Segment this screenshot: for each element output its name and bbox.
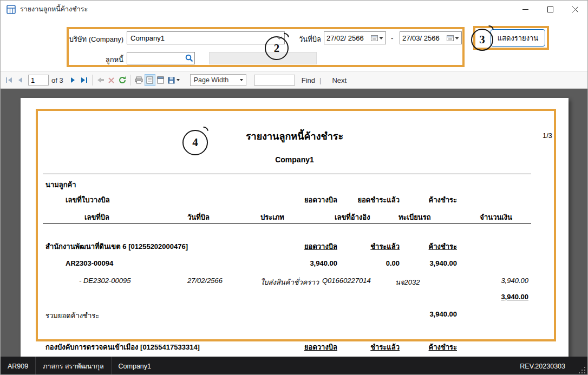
- col-header-vehicle: ทะเบียนรถ: [398, 212, 431, 223]
- statusbar: AR909 ภาสกร สราพัฒนากุล Company1 REV.202…: [1, 357, 587, 375]
- debtor-search-input[interactable]: [127, 52, 184, 64]
- next-page-button[interactable]: [68, 74, 79, 86]
- group-name: สำนักงานพัฒนาที่ดินเขต 6 [01255202000476…: [45, 241, 188, 252]
- statusbar-report-code: AR909: [1, 363, 35, 370]
- first-page-button[interactable]: [4, 74, 15, 86]
- app-window: รายงานลูกหนี้ค้างชำระ บริษัท (Company) C…: [0, 0, 588, 375]
- group-subtotal: 3,940.00: [458, 293, 528, 301]
- print-button[interactable]: [134, 74, 145, 86]
- group-name: กองบังคับการตรวจคนเข้าเมือง [01255417533…: [45, 341, 200, 353]
- col-header-bill-no: เลขที่บิล: [84, 212, 109, 223]
- group-col-outstanding: ค้างชำระ: [387, 241, 457, 252]
- resize-grip-icon[interactable]: [584, 372, 585, 373]
- statusbar-company: Company1: [112, 363, 158, 370]
- group-subtotal-value: 3,940.00: [501, 293, 528, 301]
- date-range-separator: -: [391, 34, 393, 42]
- last-page-button[interactable]: [79, 74, 89, 86]
- print-layout-button[interactable]: [145, 74, 155, 86]
- company-label: บริษัท (Company): [28, 34, 123, 45]
- date-to-picker[interactable]: 27/03/ 2566: [400, 31, 462, 44]
- export-dropdown-icon: [177, 79, 180, 81]
- show-report-button[interactable]: แสดงรายงาน: [491, 29, 545, 47]
- invoice-no: AR2303-00094: [66, 259, 113, 267]
- toolbar-separator: [130, 75, 131, 85]
- previous-page-button[interactable]: [15, 74, 25, 86]
- debtor-search-box: [127, 52, 195, 64]
- titlebar: รายงานลูกหนี้ค้างชำระ: [1, 1, 587, 18]
- toolbar-separator: [92, 75, 93, 85]
- export-button[interactable]: [166, 74, 181, 86]
- page-number-input[interactable]: [28, 75, 49, 85]
- detail-bill-date: 27/02/2566: [187, 277, 223, 285]
- close-button[interactable]: [563, 1, 587, 18]
- debtor-label: ลูกหนี้: [82, 54, 123, 65]
- zoom-value: Page Width: [191, 76, 238, 84]
- report-page: รายงานลูกหนี้ค้างชำระ 1/3 Company1 นามลู…: [21, 98, 569, 357]
- back-button[interactable]: [95, 74, 106, 86]
- chevron-down-icon: [455, 37, 459, 40]
- detail-type: ใบส่งสินค้าชั่วคราว: [260, 277, 319, 288]
- group-col-billed: ยอดวางบิล: [267, 241, 337, 252]
- report-viewer-toolbar: of 3 Page Width Find | Next: [1, 71, 587, 89]
- total-value: 3,940.00: [387, 310, 457, 318]
- stop-button[interactable]: [106, 74, 117, 86]
- calendar-icon: [446, 35, 454, 41]
- app-icon: [6, 4, 16, 14]
- find-button[interactable]: Find: [302, 76, 315, 84]
- statusbar-revision: REV.20230303: [513, 363, 572, 370]
- detail-amount: 3,940.00: [458, 277, 528, 285]
- date-to-value: 27/03/ 2566: [400, 34, 446, 42]
- search-icon[interactable]: [184, 54, 194, 62]
- col-header-customer-name: นามลูกค้า: [45, 179, 76, 190]
- total-label: รวมยอดค้างชำระ: [45, 310, 99, 321]
- statusbar-user: ภาสกร สราพัฒนากุล: [36, 361, 110, 372]
- report-viewport[interactable]: รายงานลูกหนี้ค้างชำระ 1/3 Company1 นามลู…: [1, 89, 587, 357]
- col-header-invoice-no: เลขที่ใบวางบิล: [66, 194, 110, 206]
- invoice-outstanding: 3,940.00: [387, 259, 457, 267]
- col-header-amount: จำนวนเงิน: [442, 212, 512, 223]
- group-col-outstanding: ค้างชำระ: [387, 341, 457, 353]
- col-header-billed: ยอดวางบิล: [267, 194, 337, 206]
- detail-vehicle: นจ2032: [395, 277, 420, 288]
- col-header-type: ประเภท: [260, 212, 284, 223]
- chevron-down-icon: [379, 37, 383, 40]
- zoom-select[interactable]: Page Width: [190, 74, 246, 86]
- window-controls: [513, 1, 587, 18]
- detail-reference: Q01660227014: [322, 277, 371, 285]
- report-title: รายงานลูกหนี้ค้างชำระ: [21, 128, 569, 144]
- debtor-name-field: [209, 52, 317, 64]
- report-divider: [43, 174, 531, 174]
- invoice-billed: 3,940.00: [267, 259, 337, 267]
- date-from-picker[interactable]: 27/02/ 2566: [324, 31, 386, 44]
- minimize-button[interactable]: [513, 1, 538, 18]
- refresh-button[interactable]: [117, 74, 128, 86]
- window-title: รายงานลูกหนี้ค้างชำระ: [20, 4, 88, 15]
- report-company: Company1: [21, 155, 569, 164]
- find-next-separator: |: [319, 76, 321, 84]
- col-header-outstanding: ค้างชำระ: [387, 194, 457, 206]
- report-divider: [43, 223, 531, 224]
- report-page-indicator: 1/3: [543, 131, 552, 140]
- find-input[interactable]: [254, 75, 295, 85]
- bill-date-label: วันที่บิล: [292, 34, 321, 45]
- detail-bill-no: - DE2302-00095: [79, 277, 130, 285]
- calendar-icon: [370, 35, 378, 41]
- group-col-billed: ยอดวางบิล: [267, 341, 337, 353]
- page-count-label: of 3: [51, 76, 63, 84]
- col-header-bill-date: วันที่บิล: [187, 212, 210, 223]
- page-setup-button[interactable]: [155, 74, 166, 86]
- chevron-down-icon: [240, 79, 243, 81]
- company-combobox[interactable]: Company1: [127, 31, 285, 44]
- parameter-form: บริษัท (Company) Company1 วันที่บิล 27/0…: [1, 18, 587, 71]
- col-header-reference: เลขที่อ้างอิง: [335, 212, 370, 223]
- company-value: Company1: [127, 34, 275, 42]
- chevron-down-icon: [275, 36, 284, 40]
- maximize-button[interactable]: [538, 1, 563, 18]
- date-from-value: 27/02/ 2566: [324, 34, 370, 42]
- find-next-button[interactable]: Next: [332, 76, 347, 84]
